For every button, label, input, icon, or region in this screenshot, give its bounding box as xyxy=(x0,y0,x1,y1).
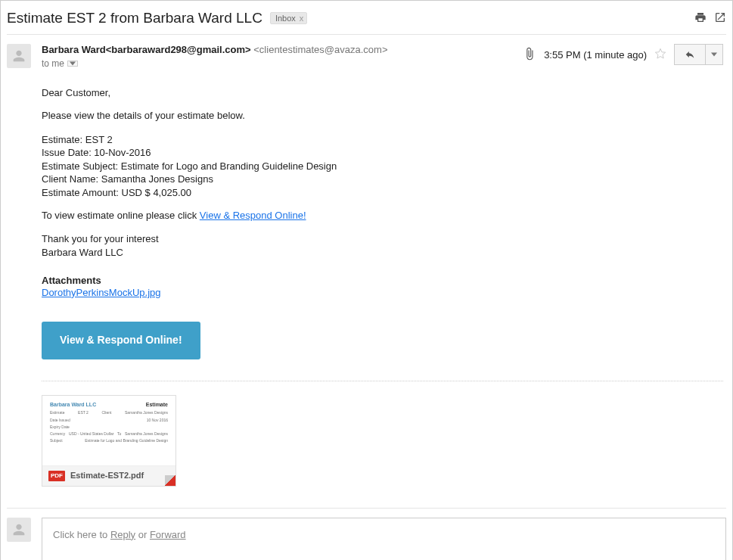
divider xyxy=(42,381,723,381)
subject-bar: Estimate EST 2 from Barbara Ward LLC Inb… xyxy=(7,7,726,35)
to-line: to me xyxy=(42,58,388,69)
timestamp: 3:55 PM (1 minute ago) xyxy=(544,49,647,61)
view-respond-button[interactable]: View & Respond Online! xyxy=(42,322,200,359)
star-icon[interactable] xyxy=(654,48,666,62)
print-icon[interactable] xyxy=(694,11,707,26)
line-amount: Estimate Amount: USD $ 4,025.00 xyxy=(42,186,723,200)
inbox-label-text: Inbox xyxy=(275,14,296,23)
thanks-line: Thank you for your interest xyxy=(42,232,723,246)
email-subject: Estimate EST 2 from Barbara Ward LLC xyxy=(7,10,262,26)
signature-line: Barbara Ward LLC xyxy=(42,246,723,260)
sender-via: <clientestimates@avaza.com> xyxy=(253,44,387,55)
line-issue-date: Issue Date: 10-Nov-2016 xyxy=(42,146,723,160)
reply-box[interactable]: Click here to Reply or Forward xyxy=(42,518,726,560)
view-respond-link[interactable]: View & Respond Online! xyxy=(200,210,306,221)
expand-recipients-button[interactable] xyxy=(67,61,78,67)
attachment-footer: PDF Estimate-EST2.pdf xyxy=(42,465,175,486)
my-avatar xyxy=(7,518,31,542)
reply-button[interactable] xyxy=(674,44,706,65)
reply-mid: or xyxy=(135,529,150,540)
greeting: Dear Customer, xyxy=(42,87,723,99)
line-subject: Estimate Subject: Estimate for Logo and … xyxy=(42,160,723,173)
line-estimate: Estimate: EST 2 xyxy=(42,133,723,147)
page-fold-icon xyxy=(165,475,175,486)
from-block: Barbara Ward<barbaraward298@gmail.com> <… xyxy=(42,44,388,69)
attachment-card[interactable]: Barbara Ward LLC Estimate EstimateEST 2C… xyxy=(42,395,176,487)
signature-block: Thank you for your interest Barbara Ward… xyxy=(42,232,723,259)
view-prompt-text: To view estimate online please click xyxy=(42,210,200,221)
close-icon[interactable]: x xyxy=(300,14,304,23)
attachment-icon[interactable] xyxy=(523,47,536,63)
inbox-label[interactable]: Inbox x xyxy=(270,12,307,24)
forward-link[interactable]: Forward xyxy=(150,529,186,540)
attachments-header: Attachments xyxy=(42,275,723,287)
new-window-icon[interactable] xyxy=(714,11,726,26)
more-actions-button[interactable] xyxy=(706,44,723,65)
to-text: to me xyxy=(42,58,64,69)
sender-avatar xyxy=(7,44,31,68)
estimate-details: Estimate: EST 2 Issue Date: 10-Nov-2016 … xyxy=(42,133,723,200)
preview-title: Estimate xyxy=(146,402,168,409)
attachment-link[interactable]: DorothyPerkinsMockUp.jpg xyxy=(42,287,161,298)
reply-prefix: Click here to xyxy=(53,529,110,540)
view-prompt: To view estimate online please click Vie… xyxy=(42,210,723,222)
sender-name: Barbara Ward<barbaraward298@gmail.com> xyxy=(42,44,251,55)
preview-company: Barbara Ward LLC xyxy=(50,402,96,409)
attachment-preview: Barbara Ward LLC Estimate EstimateEST 2C… xyxy=(42,396,175,465)
email-body: Dear Customer, Please view the details o… xyxy=(42,87,723,487)
pdf-badge-icon: PDF xyxy=(48,471,65,481)
line-client: Client Name: Samantha Jones Designs xyxy=(42,173,723,186)
intro-text: Please view the details of your estimate… xyxy=(42,110,723,122)
reply-link[interactable]: Reply xyxy=(110,529,135,540)
attachment-filename: Estimate-EST2.pdf xyxy=(70,471,144,481)
